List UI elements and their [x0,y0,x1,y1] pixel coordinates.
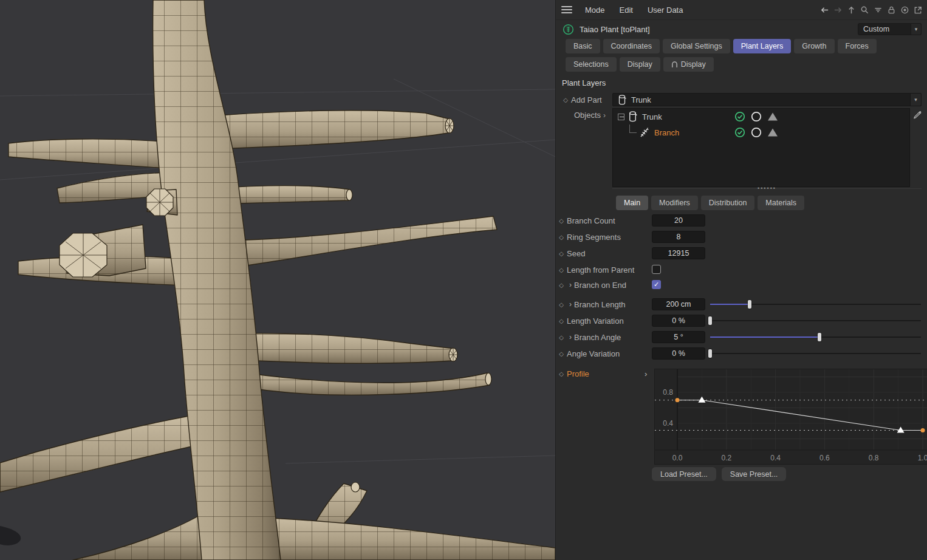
viewport-scene [0,0,555,560]
back-icon[interactable] [819,5,829,15]
toolbar-icons [819,5,923,15]
svg-text:0.2: 0.2 [721,454,731,462]
menu-item-mode[interactable]: Mode [578,0,612,20]
ring-segments-input[interactable]: 8 [652,231,705,243]
edit-pen-icon[interactable] [913,109,923,119]
slider-handle[interactable] [708,316,712,325]
svg-text:0.8: 0.8 [663,388,673,397]
svg-text:0.0: 0.0 [672,454,683,462]
triangle-icon[interactable] [767,128,778,137]
visibility-circle-icon[interactable] [751,111,762,122]
lock-icon[interactable] [886,5,896,15]
slider-handle[interactable] [708,349,712,358]
visibility-circle-icon[interactable] [751,127,762,138]
length-variation-input[interactable]: 0 % [652,315,705,327]
param-label: Length from Parent [567,265,634,275]
param-label: Angle Variation [567,349,620,358]
param-seed: ◇ Seed 12915 [556,247,927,260]
branch-icon [639,127,649,138]
viewport-shadow-blob [0,526,21,545]
object-title: Taiao Plant [toPlant] [580,25,650,34]
expand-chevron-icon[interactable]: › [567,281,574,289]
param-label: Profile [567,369,589,378]
subtab-materials[interactable]: Materials [758,196,804,210]
expand-chevron-icon[interactable]: › [567,300,574,309]
tab-global-settings[interactable]: Global Settings [663,39,730,53]
svg-text:0.6: 0.6 [819,454,830,462]
tab-growth[interactable]: Growth [794,39,834,53]
object-header: Taiao Plant [toPlant] Custom ▾ [556,22,927,36]
tree-connector-line [629,125,637,133]
param-length-from-parent: ◇ Length from Parent [556,263,927,276]
expand-chevron-icon[interactable]: › [567,333,574,341]
angle-variation-input[interactable]: 0 % [652,347,705,360]
param-dot-icon: ◇ [556,217,567,224]
menu-item-edit[interactable]: Edit [612,0,640,20]
tab-display-2[interactable]: Display [663,57,714,72]
param-label: Length Variation [567,316,624,326]
display-window-icon [671,61,678,68]
param-label: Branch Length [574,300,626,309]
length-from-parent-checkbox[interactable] [652,265,661,274]
param-dot-icon: ◇ [556,301,567,308]
param-label: Branch on End [574,281,626,290]
chevron-down-icon[interactable]: ▾ [910,94,921,106]
triangle-icon[interactable] [767,112,778,121]
expand-chevron-icon[interactable]: › [645,369,647,378]
branch-length-input[interactable]: 200 cm [652,298,705,310]
profile-curve-editor[interactable]: 0.00.20.40.60.81.00.80.4 [654,369,927,465]
tree-item-branch[interactable]: Branch [613,125,909,140]
subtab-modifiers[interactable]: Modifiers [651,196,698,210]
param-branch-angle: ◇ › Branch Angle 5 ° [556,330,927,344]
param-dot-icon: ◇ [556,250,567,257]
hamburger-menu-icon[interactable] [561,6,572,13]
seed-input[interactable]: 12915 [652,247,705,259]
tab-coordinates[interactable]: Coordinates [603,39,660,53]
tree-wireframe-overlay [0,0,555,560]
branch-angle-slider[interactable] [710,330,921,344]
enabled-check-icon[interactable] [734,127,745,138]
preset-dropdown[interactable]: Custom ▾ [858,23,922,35]
attribute-manager-panel: ModeEditUser Data Taiao [555,0,927,560]
nav-tabs-row2: SelectionsDisplayDisplay [566,57,714,72]
menu-item-user-data[interactable]: User Data [640,0,691,20]
add-part-row: ◇ Add Part Trunk ▾ [556,92,927,107]
tab-selections[interactable]: Selections [566,57,617,72]
subtab-main[interactable]: Main [616,196,648,210]
tab-plant-layers[interactable]: Plant Layers [733,39,791,53]
slider-handle[interactable] [748,300,751,309]
tab-forces[interactable]: Forces [838,39,877,53]
viewport-3d[interactable] [0,0,555,560]
up-icon[interactable] [846,5,856,15]
plant-object-icon [563,24,574,35]
panel-resize-handle[interactable]: •••••• [612,188,922,191]
param-dot-icon: ◇ [556,334,567,341]
preset-value[interactable]: Custom [858,23,911,35]
param-dot-icon: ◇ [556,318,567,324]
angle-variation-slider[interactable] [710,347,921,360]
collapse-icon[interactable] [618,114,624,120]
chevron-down-icon[interactable]: ▾ [911,23,922,35]
add-part-dropdown[interactable]: Trunk ▾ [612,93,922,106]
load-preset-button[interactable]: Load Preset... [652,467,716,481]
tree-item-label: Branch [654,128,679,137]
external-icon[interactable] [913,5,923,15]
branch-count-input[interactable]: 20 [652,214,705,227]
slider-handle[interactable] [818,333,821,341]
length-variation-slider[interactable] [710,314,921,327]
tab-display[interactable]: Display [620,57,660,72]
param-label: Branch Angle [574,333,621,342]
nav-tabs-row1: BasicCoordinatesGlobal SettingsPlant Lay… [566,39,877,53]
enabled-check-icon[interactable] [734,111,745,122]
tree-item-trunk[interactable]: Trunk [613,109,909,125]
subtab-distribution[interactable]: Distribution [701,196,755,210]
search-icon[interactable] [860,5,869,15]
filter-icon[interactable] [873,5,883,15]
branch-angle-input[interactable]: 5 ° [652,331,705,343]
tab-basic[interactable]: Basic [566,39,600,53]
target-icon[interactable] [900,5,909,15]
branch-length-slider[interactable] [710,298,921,311]
save-preset-button[interactable]: Save Preset... [722,467,787,481]
branch-on-end-checkbox[interactable]: ✓ [652,280,661,289]
forward-icon[interactable] [833,5,843,15]
